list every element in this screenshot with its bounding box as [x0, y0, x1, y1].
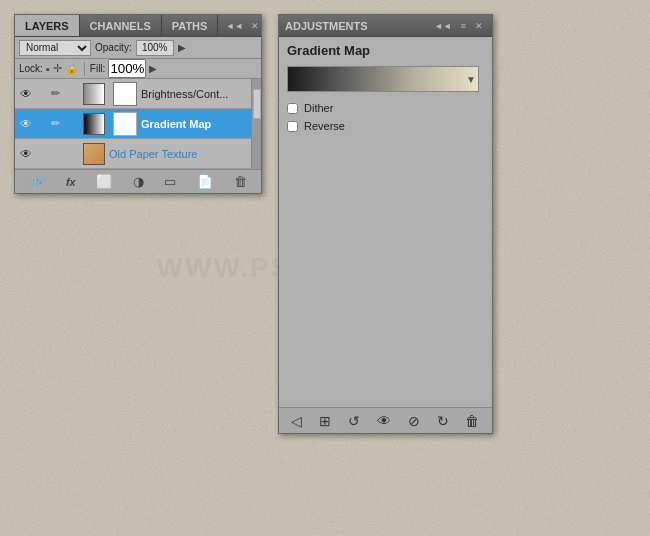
delete-layer-icon[interactable]: 🗑 — [234, 174, 247, 189]
dither-row: Dither — [287, 102, 484, 114]
dither-checkbox[interactable] — [287, 103, 298, 114]
fill-label: Fill: — [90, 63, 106, 74]
layer-thumb-texture — [83, 143, 105, 165]
mask-icon[interactable]: ⬜ — [96, 174, 112, 189]
visibility-icon-texture[interactable]: 👁 — [17, 147, 35, 161]
lock-pixel-icon[interactable]: ▪ — [46, 63, 50, 75]
fill-input[interactable] — [108, 59, 146, 78]
layers-scrollbar[interactable] — [251, 79, 261, 169]
layer-thumb-gradient — [83, 113, 105, 135]
adj-back-icon[interactable]: ◁ — [291, 413, 302, 429]
layer-name-brightness: Brightness/Cont... — [141, 88, 259, 100]
layers-panel: LAYERS CHANNELS PATHS ◄◄ ✕ Normal Multip… — [14, 14, 262, 194]
visibility-icon-brightness[interactable]: 👁 — [17, 87, 35, 101]
adj-visibility-icon[interactable]: 👁 — [377, 413, 391, 429]
layer-name-gradient: Gradient Map — [141, 118, 259, 130]
adj-menu-icon[interactable]: ≡ — [458, 20, 469, 32]
adj-collapse-icon[interactable]: ◄◄ — [431, 20, 455, 32]
gradient-bar-arrow: ▼ — [466, 74, 476, 85]
close-icon[interactable]: ✕ — [248, 20, 262, 32]
lock-move-icon[interactable]: ✛ — [53, 62, 62, 75]
adj-header-controls: ◄◄ ≡ ✕ — [431, 20, 486, 32]
layer-thumb-brightness — [83, 83, 105, 105]
collapse-icon[interactable]: ◄◄ — [222, 20, 246, 32]
adjustments-tab-label[interactable]: ADJUSTMENTS — [285, 20, 368, 32]
adj-close-icon[interactable]: ✕ — [472, 20, 486, 32]
opacity-label: Opacity: — [95, 42, 132, 53]
layer-name-texture: Old Paper Texture — [109, 148, 249, 160]
brush-icon-brightness: ✏ — [51, 87, 65, 100]
layer-mask-brightness — [113, 82, 137, 106]
blend-opacity-bar: Normal Multiply Screen Opacity: ▶ — [15, 37, 261, 59]
adjustment-type-title: Gradient Map — [287, 43, 484, 58]
adjustments-header: ADJUSTMENTS ◄◄ ≡ ✕ — [279, 15, 492, 37]
reverse-label: Reverse — [304, 120, 345, 132]
folder-icon[interactable]: ▭ — [164, 174, 176, 189]
visibility-icon-gradient[interactable]: 👁 — [17, 117, 35, 131]
adjustments-body: Gradient Map ▼ Dither Reverse — [279, 37, 492, 407]
scroll-thumb[interactable] — [253, 89, 261, 119]
layer-row-gradient-map[interactable]: 👁 ✏ Gradient Map — [15, 109, 261, 139]
gradient-bar[interactable]: ▼ — [287, 66, 479, 92]
lock-all-icon[interactable]: 🔒 — [65, 62, 79, 75]
lock-fill-bar: Lock: ▪ ✛ 🔒 Fill: ▶ — [15, 59, 261, 79]
opacity-input[interactable] — [136, 40, 174, 56]
tab-channels[interactable]: CHANNELS — [80, 15, 162, 36]
adj-mask-icon[interactable]: ⊘ — [408, 413, 420, 429]
opacity-arrow[interactable]: ▶ — [178, 42, 186, 53]
reverse-checkbox[interactable] — [287, 121, 298, 132]
brush-icon-gradient: ✏ — [51, 117, 65, 130]
adjustment-icon[interactable]: ◑ — [133, 174, 144, 189]
tab-layers[interactable]: LAYERS — [15, 15, 80, 36]
separator — [84, 62, 85, 76]
new-layer-icon[interactable]: 📄 — [197, 174, 213, 189]
fx-icon[interactable]: fx — [66, 176, 76, 188]
fill-arrow[interactable]: ▶ — [149, 63, 157, 74]
tab-paths[interactable]: PATHS — [162, 15, 219, 36]
layers-list: 👁 ✏ Brightness/Cont... 👁 ✏ Gradient Map … — [15, 79, 261, 169]
layer-row-brightness[interactable]: 👁 ✏ Brightness/Cont... — [15, 79, 261, 109]
layers-panel-header: LAYERS CHANNELS PATHS ◄◄ ✕ — [15, 15, 261, 37]
adj-trash-icon[interactable]: 🗑 — [465, 413, 479, 429]
lock-label: Lock: — [19, 63, 43, 74]
link-layers-icon[interactable]: 🔗 — [29, 174, 45, 189]
reverse-row: Reverse — [287, 120, 484, 132]
layer-mask-gradient — [113, 112, 137, 136]
dither-label: Dither — [304, 102, 333, 114]
adj-new-icon[interactable]: ⊞ — [319, 413, 331, 429]
adjustments-bottom-bar: ◁ ⊞ ↺ 👁 ⊘ ↻ 🗑 — [279, 407, 492, 433]
layers-header-controls: ◄◄ ✕ — [218, 15, 266, 36]
layer-row-texture[interactable]: 👁 Old Paper Texture fx — [15, 139, 261, 169]
adj-reset-icon[interactable]: ↺ — [348, 413, 360, 429]
adj-refresh-icon[interactable]: ↻ — [437, 413, 449, 429]
adjustments-panel: ADJUSTMENTS ◄◄ ≡ ✕ Gradient Map ▼ Dither… — [278, 14, 493, 434]
layers-bottom-bar: 🔗 fx ⬜ ◑ ▭ 📄 🗑 — [15, 169, 261, 193]
blend-mode-select[interactable]: Normal Multiply Screen — [19, 40, 91, 56]
